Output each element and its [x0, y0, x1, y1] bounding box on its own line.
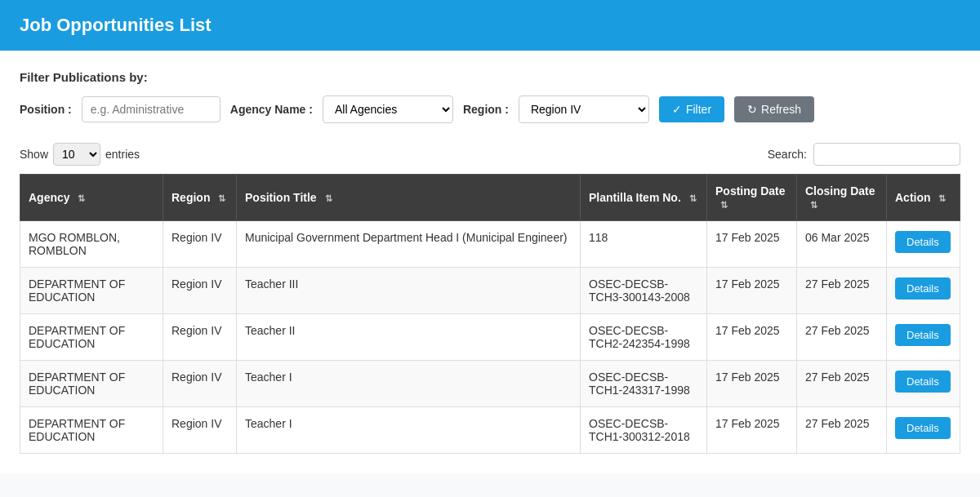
- refresh-button[interactable]: Refresh: [734, 96, 814, 122]
- col-header-action[interactable]: Action ⇅: [887, 175, 960, 221]
- details-button[interactable]: Details: [895, 371, 951, 393]
- table-row: DEPARTMENT OF EDUCATIONRegion IVTeacher …: [20, 314, 960, 361]
- cell-plantilla_item_no: 118: [581, 221, 707, 268]
- sort-icon-action: ⇅: [938, 193, 946, 203]
- refresh-button-label: Refresh: [761, 103, 801, 116]
- details-button[interactable]: Details: [895, 417, 951, 439]
- cell-plantilla_item_no: OSEC-DECSB-TCH2-242354-1998: [581, 314, 707, 361]
- checkmark-icon: [672, 103, 682, 116]
- cell-action: Details: [887, 407, 960, 454]
- table-header-row: Agency ⇅ Region ⇅ Position Title ⇅ Plant…: [20, 175, 960, 221]
- show-entries: Show 10 25 50 100 entries: [20, 143, 140, 166]
- cell-position_title: Teacher I: [237, 407, 581, 454]
- filter-row: Position : Agency Name : All Agencies MG…: [20, 95, 960, 123]
- sort-icon-plantilla: ⇅: [689, 193, 697, 203]
- cell-region: Region IV: [163, 314, 237, 361]
- cell-region: Region IV: [163, 221, 237, 268]
- table-row: DEPARTMENT OF EDUCATIONRegion IVTeacher …: [20, 268, 960, 314]
- filter-button[interactable]: Filter: [659, 96, 724, 122]
- cell-closing_date: 27 Feb 2025: [797, 268, 887, 314]
- cell-posting_date: 17 Feb 2025: [707, 221, 797, 268]
- cell-action: Details: [887, 221, 960, 268]
- details-button[interactable]: Details: [895, 277, 951, 300]
- cell-plantilla_item_no: OSEC-DECSB-TCH1-243317-1998: [581, 361, 707, 407]
- main-content: Filter Publications by: Position : Agenc…: [0, 51, 980, 473]
- sort-icon-agency: ⇅: [78, 193, 85, 203]
- position-input[interactable]: [82, 96, 220, 122]
- cell-agency: DEPARTMENT OF EDUCATION: [20, 314, 163, 361]
- cell-closing_date: 27 Feb 2025: [797, 407, 887, 454]
- details-button[interactable]: Details: [895, 324, 951, 346]
- col-header-closing[interactable]: Closing Date ⇅: [797, 175, 887, 221]
- details-button[interactable]: Details: [895, 231, 951, 253]
- col-header-region[interactable]: Region ⇅: [163, 175, 237, 221]
- table-row: MGO ROMBLON, ROMBLONRegion IVMunicipal G…: [20, 221, 960, 268]
- entries-select[interactable]: 10 25 50 100: [53, 143, 100, 166]
- sort-icon-region: ⇅: [218, 193, 225, 203]
- sort-icon-position: ⇅: [325, 193, 332, 203]
- cell-position_title: Teacher I: [237, 361, 581, 407]
- cell-agency: DEPARTMENT OF EDUCATION: [20, 361, 163, 407]
- cell-region: Region IV: [163, 407, 237, 454]
- cell-region: Region IV: [163, 361, 237, 407]
- cell-region: Region IV: [163, 268, 237, 314]
- cell-closing_date: 27 Feb 2025: [797, 314, 887, 361]
- cell-action: Details: [887, 361, 960, 407]
- cell-agency: DEPARTMENT OF EDUCATION: [20, 407, 163, 454]
- search-box: Search:: [768, 143, 960, 166]
- cell-action: Details: [887, 314, 960, 361]
- cell-posting_date: 17 Feb 2025: [707, 314, 797, 361]
- col-header-position[interactable]: Position Title ⇅: [237, 175, 581, 221]
- cell-position_title: Teacher III: [237, 268, 581, 314]
- col-header-plantilla[interactable]: Plantilla Item No. ⇅: [581, 175, 707, 221]
- position-label: Position :: [20, 103, 72, 116]
- search-label: Search:: [768, 148, 807, 161]
- cell-position_title: Municipal Government Department Head I (…: [237, 221, 581, 268]
- cell-posting_date: 17 Feb 2025: [707, 361, 797, 407]
- cell-position_title: Teacher II: [237, 314, 581, 361]
- cell-posting_date: 17 Feb 2025: [707, 407, 797, 454]
- sort-icon-closing: ⇅: [810, 200, 817, 210]
- table-controls: Show 10 25 50 100 entries Search:: [20, 143, 960, 166]
- table-row: DEPARTMENT OF EDUCATIONRegion IVTeacher …: [20, 361, 960, 407]
- show-label: Show: [20, 148, 48, 161]
- filter-section-label: Filter Publications by:: [20, 70, 960, 84]
- region-select[interactable]: Region I Region II Region III Region IV …: [519, 95, 649, 123]
- table-row: DEPARTMENT OF EDUCATIONRegion IVTeacher …: [20, 407, 960, 454]
- cell-plantilla_item_no: OSEC-DECSB-TCH1-300312-2018: [581, 407, 707, 454]
- col-header-agency[interactable]: Agency ⇅: [20, 175, 163, 221]
- agency-select[interactable]: All Agencies MGO ROMBLON Department of E…: [323, 95, 453, 123]
- agency-label: Agency Name :: [230, 103, 313, 116]
- entries-label: entries: [105, 148, 140, 161]
- cell-plantilla_item_no: OSEC-DECSB-TCH3-300143-2008: [581, 268, 707, 314]
- cell-closing_date: 27 Feb 2025: [797, 361, 887, 407]
- cell-closing_date: 06 Mar 2025: [797, 221, 887, 268]
- cell-agency: DEPARTMENT OF EDUCATION: [20, 268, 163, 314]
- cell-action: Details: [887, 268, 960, 314]
- sort-icon-posting: ⇅: [720, 200, 728, 210]
- search-input[interactable]: [813, 143, 960, 166]
- col-header-posting[interactable]: Posting Date ⇅: [707, 175, 797, 221]
- filter-button-label: Filter: [686, 103, 711, 116]
- cell-agency: MGO ROMBLON, ROMBLON: [20, 221, 163, 268]
- page-header: Job Opportunities List: [0, 0, 980, 51]
- region-label: Region :: [463, 103, 509, 116]
- refresh-icon: [747, 103, 757, 116]
- cell-posting_date: 17 Feb 2025: [707, 268, 797, 314]
- job-opportunities-table: Agency ⇅ Region ⇅ Position Title ⇅ Plant…: [20, 174, 960, 454]
- page-title: Job Opportunities List: [20, 15, 212, 35]
